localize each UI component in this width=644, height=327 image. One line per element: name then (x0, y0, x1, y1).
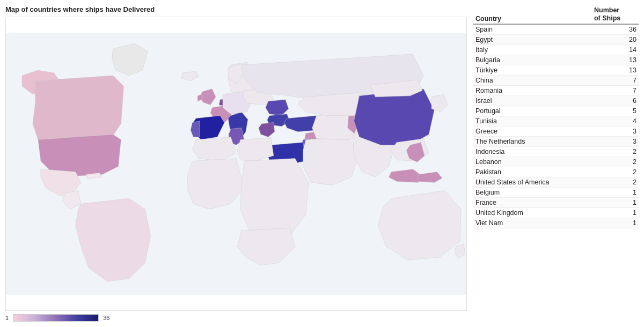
table-row: Spain36 (473, 24, 639, 35)
ships-cell: 1 (592, 188, 639, 198)
legend-gradient (13, 314, 99, 322)
ships-cell: 2 (592, 157, 639, 167)
country-cell: Tunisia (473, 116, 592, 127)
table-row: Italy14 (473, 45, 639, 55)
table-row: Türkiye13 (473, 65, 639, 76)
ships-cell: 20 (592, 35, 639, 45)
table-row: Pakistan2 (473, 167, 639, 177)
table-row: China7 (473, 76, 639, 86)
ships-cell: 2 (592, 147, 639, 157)
table-row: Israel6 (473, 96, 639, 106)
country-cell: United Kingdom (473, 208, 592, 218)
main-container: Map of countries where ships have Delive… (0, 0, 644, 327)
country-cell: Belgium (473, 188, 592, 198)
table-row: Romania7 (473, 86, 639, 96)
map-section: Map of countries where ships have Delive… (5, 5, 467, 322)
table-row: Belgium1 (473, 188, 639, 198)
country-cell: Egypt (473, 35, 592, 45)
table-row: Viet Nam1 (473, 218, 639, 228)
world-map-svg (6, 17, 466, 310)
country-cell: Indonesia (473, 147, 592, 157)
data-table-section: Country Numberof Ships Spain36Egypt20Ita… (467, 5, 639, 322)
map-area (5, 17, 467, 311)
country-table: Country Numberof Ships Spain36Egypt20Ita… (473, 5, 639, 228)
table-row: Lebanon2 (473, 157, 639, 167)
table-row: United States of America2 (473, 177, 639, 188)
country-cell: France (473, 198, 592, 208)
country-cell: Spain (473, 24, 592, 35)
country-cell: Pakistan (473, 167, 592, 177)
country-cell: Viet Nam (473, 218, 592, 228)
table-row: Portugal5 (473, 106, 639, 116)
country-cell: The Netherlands (473, 137, 592, 147)
ships-cell: 5 (592, 106, 639, 116)
country-cell: Türkiye (473, 65, 592, 76)
ships-cell: 13 (592, 65, 639, 76)
ships-cell: 1 (592, 218, 639, 228)
col-header-country: Country (473, 5, 592, 24)
ships-cell: 4 (592, 116, 639, 127)
country-cell: China (473, 76, 592, 86)
country-cell: United States of America (473, 177, 592, 188)
country-cell: Greece (473, 127, 592, 137)
ships-cell: 7 (592, 86, 639, 96)
ships-cell: 2 (592, 177, 639, 188)
table-row: Indonesia2 (473, 147, 639, 157)
country-cell: Portugal (473, 106, 592, 116)
ships-cell: 6 (592, 96, 639, 106)
ships-cell: 3 (592, 127, 639, 137)
ships-cell: 1 (592, 208, 639, 218)
map-title: Map of countries where ships have Delive… (5, 5, 467, 13)
ships-cell: 36 (592, 24, 639, 35)
ships-cell: 3 (592, 137, 639, 147)
table-row: The Netherlands3 (473, 137, 639, 147)
ships-cell: 2 (592, 167, 639, 177)
ships-cell: 7 (592, 76, 639, 86)
country-cell: Romania (473, 86, 592, 96)
legend: 1 36 (5, 314, 467, 322)
ships-cell: 1 (592, 198, 639, 208)
legend-min: 1 (5, 315, 9, 321)
country-cell: Lebanon (473, 157, 592, 167)
table-row: Greece3 (473, 127, 639, 137)
table-row: Tunisia4 (473, 116, 639, 127)
table-row: Bulgaria13 (473, 55, 639, 65)
table-row: Egypt20 (473, 35, 639, 45)
ships-cell: 13 (592, 55, 639, 65)
country-cell: Israel (473, 96, 592, 106)
table-row: France1 (473, 198, 639, 208)
country-cell: Bulgaria (473, 55, 592, 65)
legend-max: 36 (103, 315, 109, 321)
table-row: United Kingdom1 (473, 208, 639, 218)
ships-cell: 14 (592, 45, 639, 55)
country-cell: Italy (473, 45, 592, 55)
col-header-ships: Numberof Ships (592, 5, 639, 24)
